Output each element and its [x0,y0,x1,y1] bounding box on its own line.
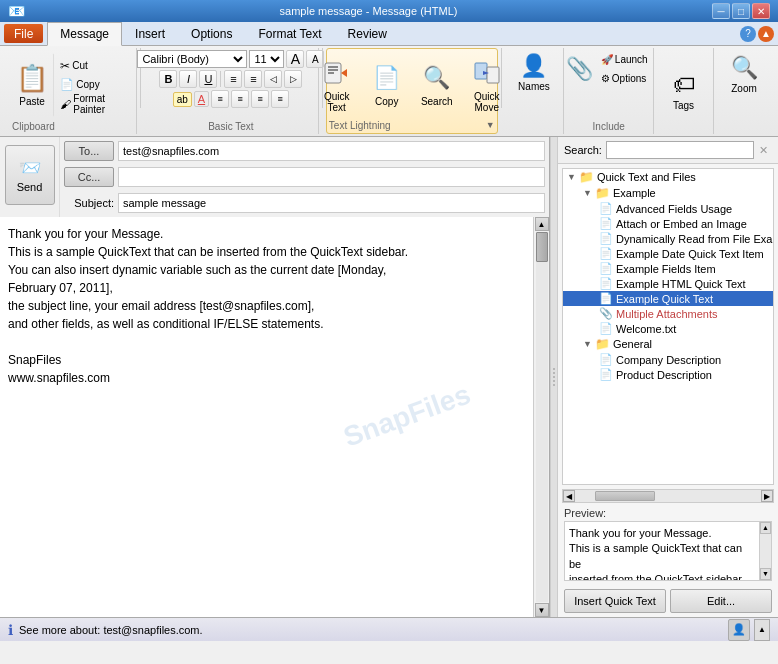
status-scroll-up[interactable]: ▲ [754,619,770,641]
tab-insert[interactable]: Insert [122,22,178,45]
send-button[interactable]: 📨 Send [5,145,55,205]
cc-input[interactable] [118,167,545,187]
send-icon: 📨 [19,157,41,179]
root-expand-icon: ▼ [567,172,576,182]
italic-button[interactable]: I [179,70,197,88]
insert-quick-text-button[interactable]: Insert Quick Text [564,589,666,613]
scroll-up-arrow[interactable]: ▲ [535,217,549,231]
search-input[interactable] [606,141,754,159]
list-item[interactable]: 📄 Welcome.txt [563,321,773,336]
justify-button[interactable]: ≡ [271,90,289,108]
names-button[interactable]: 👤 Names [511,50,557,95]
body-line2: This is a sample QuickText that can be i… [8,243,525,261]
list-item[interactable]: 📄 Advanced Fields Usage [563,201,773,216]
decrease-indent-button[interactable]: ◁ [264,70,282,88]
cut-button[interactable]: ✂ Cut [56,57,128,75]
tree-root[interactable]: ▼ 📁 Quick Text and Files [563,169,773,185]
numbered-list-button[interactable]: ≡ [244,70,262,88]
quick-text-button[interactable]: Quick Text [314,53,360,117]
ribbon-collapse-button[interactable]: ▲ [758,26,774,42]
resize-divider[interactable] [550,137,558,617]
svg-rect-6 [487,67,499,83]
tree-folder-example[interactable]: ▼ 📁 Example [563,185,773,201]
list-item[interactable]: 📄 Example Date Quick Text Item [563,246,773,261]
text-color-button[interactable]: A [194,91,209,107]
tree-folder-general[interactable]: ▼ 📁 General [563,336,773,352]
preview-scroll-track[interactable] [760,534,771,568]
h-scroll-thumb[interactable] [595,491,655,501]
tab-options[interactable]: Options [178,22,245,45]
align-right-button[interactable]: ≡ [251,90,269,108]
scroll-track[interactable] [536,232,548,602]
h-scroll-left[interactable]: ◀ [563,490,575,502]
maximize-button[interactable]: □ [732,3,750,19]
names-icon: 👤 [520,53,547,79]
underline-button[interactable]: U [199,70,217,88]
tab-message[interactable]: Message [47,22,122,46]
options-button[interactable]: ⚙ Options [597,69,652,87]
format-painter-button[interactable]: 🖌 Format Painter [56,95,128,113]
to-input[interactable] [118,141,545,161]
scroll-thumb[interactable] [536,232,548,262]
tags-button[interactable]: 🏷 Tags [664,69,704,114]
bold-button[interactable]: B [159,70,177,88]
list-item[interactable]: 📄 Example HTML Quick Text [563,276,773,291]
cc-button[interactable]: Cc... [64,167,114,187]
divider-dots [553,368,555,386]
email-body[interactable]: Thank you for your Message. This is a sa… [0,217,533,617]
highlight-button[interactable]: ab [173,92,192,107]
ribbon-group-zoom: 🔍 Zoom [714,48,774,134]
list-item[interactable]: 📄 Company Description [563,352,773,367]
list-item[interactable]: 📄 Attach or Embed an Image [563,216,773,231]
list-item[interactable]: 📄 Product Description [563,367,773,382]
tab-format-text[interactable]: Format Text [245,22,334,45]
font-name-select[interactable]: Calibri (Body) [137,50,247,68]
tab-file[interactable]: File [4,24,43,43]
launch-button[interactable]: 🚀 Launch [597,50,652,68]
search-icon: 🔍 [421,62,453,94]
horizontal-scrollbar[interactable]: ◀ ▶ [562,489,774,503]
increase-indent-button[interactable]: ▷ [284,70,302,88]
edit-button[interactable]: Edit... [670,589,772,613]
list-item[interactable]: 📄 Example Fields Item [563,261,773,276]
list-item[interactable]: 📄 Dynamically Read from File Exar [563,231,773,246]
list-item[interactable]: 📄 Example Quick Text [563,291,773,306]
example-folder-label: Example [613,187,656,199]
text-lightning-expand[interactable]: ▼ [486,120,495,130]
file-icon-3: 📄 [599,232,613,245]
copy-button-lightning[interactable]: 📄 Copy [364,53,410,117]
font-controls: Calibri (Body) 11 A A B I U ≡ ≡ ◁ ▷ [137,50,324,119]
minimize-button[interactable]: ─ [712,3,730,19]
send-button-area: 📨 Send [0,137,60,217]
copy-button[interactable]: 📄 Copy [56,76,128,94]
preview-scroll-down[interactable]: ▼ [760,568,771,580]
to-button[interactable]: To... [64,141,114,161]
svg-rect-5 [475,63,487,79]
subject-label: Subject: [64,197,114,209]
body-line6: and other fields, as well as conditional… [8,315,525,333]
paste-button[interactable]: 📋 Paste [12,53,54,117]
font-size-select[interactable]: 11 [249,50,284,68]
help-button[interactable]: ? [740,26,756,42]
cc-field-row: Cc... [60,165,549,189]
body-line8: SnapFiles [8,351,525,369]
align-center-button[interactable]: ≡ [231,90,249,108]
preview-scroll-up[interactable]: ▲ [760,522,771,534]
zoom-button[interactable]: 🔍 Zoom [724,52,765,97]
align-left-button[interactable]: ≡ [211,90,229,108]
close-button[interactable]: ✕ [752,3,770,19]
tree-view[interactable]: ▼ 📁 Quick Text and Files ▼ 📁 Example 📄 A… [562,168,774,485]
h-scroll-right[interactable]: ▶ [761,490,773,502]
bullet-list-button[interactable]: ≡ [224,70,242,88]
quick-move-button[interactable]: Quick Move [464,53,510,117]
tab-review[interactable]: Review [335,22,400,45]
increase-font-button[interactable]: A [286,50,304,68]
list-item[interactable]: 📎 Multiple Attachments [563,306,773,321]
search-clear-button[interactable]: ✕ [754,141,772,159]
user-avatar[interactable]: 👤 [728,619,750,641]
search-button[interactable]: 🔍 Search [414,53,460,117]
file-icon-5: 📄 [599,262,613,275]
scroll-down-arrow[interactable]: ▼ [535,603,549,617]
status-bar: ℹ See more about: test@snapfiles.com. 👤 … [0,617,778,641]
subject-input[interactable] [118,193,545,213]
